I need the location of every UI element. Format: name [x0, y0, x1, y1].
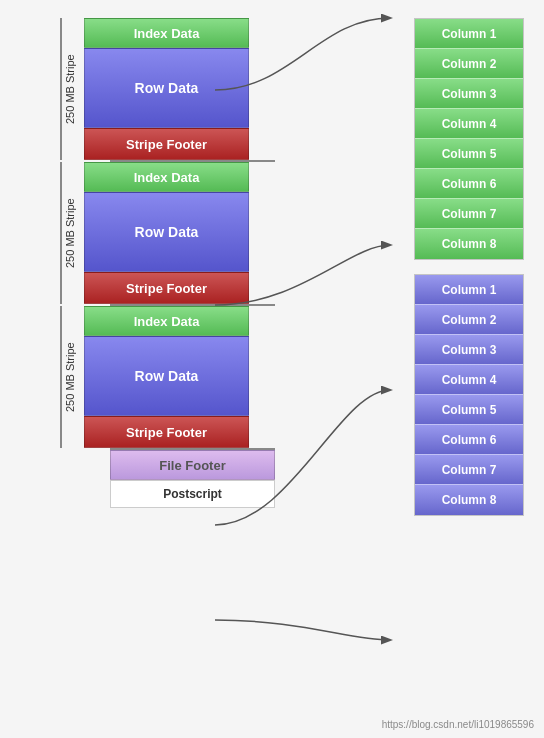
block-index-3: Index Data: [84, 306, 249, 336]
block-index-1: Index Data: [84, 18, 249, 48]
stripe-label-1: 250 MB Stripe: [60, 18, 78, 160]
col-blue-2: Column 2: [415, 305, 523, 335]
stripe-blocks-3: Index Data Row Data Stripe Footer: [84, 306, 249, 448]
stripe-group-3: 250 MB Stripe Index Data Row Data Stripe…: [60, 306, 249, 448]
stripe-blocks-1: Index Data Row Data Stripe Footer: [84, 18, 249, 160]
col-green-7: Column 7: [415, 199, 523, 229]
watermark: https://blog.csdn.net/li1019865596: [382, 719, 534, 730]
col-green-4: Column 4: [415, 109, 523, 139]
block-footer-1: Stripe Footer: [84, 128, 249, 160]
col-blue-1: Column 1: [415, 275, 523, 305]
block-footer-3: Stripe Footer: [84, 416, 249, 448]
stripe-label-3: 250 MB Stripe: [60, 306, 78, 448]
col-blue-8: Column 8: [415, 485, 523, 515]
col-green-5: Column 5: [415, 139, 523, 169]
block-postscript: Postscript: [110, 480, 275, 508]
column-group-blue: Column 1 Column 2 Column 3 Column 4 Colu…: [414, 274, 524, 516]
block-file-footer: File Footer: [110, 450, 275, 480]
block-row-1: Row Data: [84, 48, 249, 128]
col-green-1: Column 1: [415, 19, 523, 49]
col-green-3: Column 3: [415, 79, 523, 109]
col-blue-5: Column 5: [415, 395, 523, 425]
block-row-2: Row Data: [84, 192, 249, 272]
stripe-group-2: 250 MB Stripe Index Data Row Data Stripe…: [60, 162, 249, 304]
col-green-6: Column 6: [415, 169, 523, 199]
stripe-label-2: 250 MB Stripe: [60, 162, 78, 304]
col-blue-7: Column 7: [415, 455, 523, 485]
column-group-green: Column 1 Column 2 Column 3 Column 4 Colu…: [414, 18, 524, 260]
block-footer-2: Stripe Footer: [84, 272, 249, 304]
block-index-2: Index Data: [84, 162, 249, 192]
right-section: Column 1 Column 2 Column 3 Column 4 Colu…: [414, 18, 524, 516]
col-blue-6: Column 6: [415, 425, 523, 455]
block-row-3: Row Data: [84, 336, 249, 416]
col-green-2: Column 2: [415, 49, 523, 79]
stripes-column: 250 MB Stripe Index Data Row Data Stripe…: [60, 18, 275, 508]
col-green-8: Column 8: [415, 229, 523, 259]
col-blue-4: Column 4: [415, 365, 523, 395]
stripe-blocks-2: Index Data Row Data Stripe Footer: [84, 162, 249, 304]
stripe-group-1: 250 MB Stripe Index Data Row Data Stripe…: [60, 18, 249, 160]
diagram-container: 250 MB Stripe Index Data Row Data Stripe…: [0, 0, 544, 738]
col-blue-3: Column 3: [415, 335, 523, 365]
